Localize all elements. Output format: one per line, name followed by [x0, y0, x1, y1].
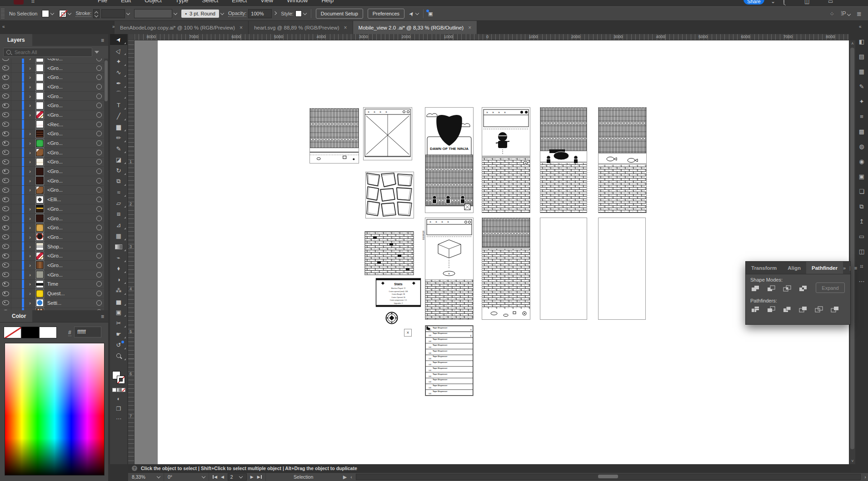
share-dropdown-icon[interactable]: ⌄: [771, 0, 775, 5]
target-circle-icon[interactable]: [96, 197, 102, 202]
layer-thumbnail[interactable]: [36, 196, 44, 203]
rectangle-tool[interactable]: ▆: [110, 121, 127, 132]
lock-toggle[interactable]: [11, 186, 22, 195]
close-tab-icon[interactable]: ×: [344, 25, 347, 31]
layer-name[interactable]: <Gro...: [47, 234, 96, 240]
lock-toggle[interactable]: [11, 289, 22, 298]
pathfinder-menu-icon[interactable]: ≡: [854, 265, 857, 271]
expand-chevron-icon[interactable]: ›: [24, 263, 36, 268]
artboard-screen-forest[interactable]: [309, 108, 359, 164]
layer-name[interactable]: <Gro...: [47, 131, 96, 136]
expand-chevron-icon[interactable]: ›: [24, 178, 36, 183]
lock-toggle[interactable]: [11, 148, 22, 157]
visibility-toggle[interactable]: [0, 270, 11, 279]
target-circle-icon[interactable]: [96, 84, 102, 89]
layer-thumbnail[interactable]: [36, 233, 44, 241]
target-circle-icon[interactable]: [96, 178, 102, 183]
layer-thumbnail[interactable]: [36, 224, 44, 232]
close-tab-icon[interactable]: ×: [468, 25, 471, 31]
visibility-toggle[interactable]: [0, 59, 11, 63]
expand-chevron-icon[interactable]: ›: [24, 84, 36, 89]
opacity-panel-arrow-icon[interactable]: [273, 11, 277, 15]
lock-toggle[interactable]: [11, 195, 22, 204]
layer-row-Gro[interactable]: ›<Gro...: [0, 223, 108, 233]
artboards-panel-icon[interactable]: ⧉: [855, 199, 868, 214]
artboard-screen-bricks[interactable]: [364, 231, 414, 275]
canvas[interactable]: ×××× DAWN OF THE NINJA ××××: [135, 40, 849, 464]
target-circle-icon[interactable]: [96, 244, 102, 249]
menu-object[interactable]: Object: [145, 0, 162, 4]
visibility-toggle[interactable]: [0, 233, 11, 242]
layer-name[interactable]: <Gro...: [47, 65, 96, 71]
more-panels-icon[interactable]: ⋯: [855, 274, 868, 289]
visibility-toggle[interactable]: [0, 101, 11, 110]
black-swatch[interactable]: [21, 327, 39, 338]
brush-definition-select[interactable]: •3 pt. Round: [181, 10, 219, 18]
color-panel-menu-icon[interactable]: ≡: [101, 313, 105, 320]
draw-mode-icon[interactable]: ◐: [110, 396, 127, 402]
selection-tool[interactable]: ➤: [110, 34, 127, 45]
style-swatch[interactable]: [295, 10, 302, 17]
close-tab-icon[interactable]: ×: [239, 25, 243, 31]
artboard-tool[interactable]: ▣: [110, 307, 127, 317]
layer-row-Gro[interactable]: ›<Gro...: [0, 129, 108, 139]
layer-name[interactable]: <Gro...: [47, 112, 96, 118]
gradient-tool[interactable]: [110, 241, 127, 252]
layer-name[interactable]: <Rec...: [47, 122, 96, 127]
horizontal-ruler[interactable]: 8000700060005000400030002000100001000200…: [135, 34, 849, 40]
visibility-toggle[interactable]: [0, 280, 11, 289]
layer-name[interactable]: <Elli...: [47, 197, 96, 202]
lock-toggle[interactable]: [11, 129, 22, 139]
libraries-panel-icon[interactable]: ▭: [855, 229, 868, 244]
layer-thumbnail[interactable]: [36, 130, 44, 138]
previous-artboard-button[interactable]: ◀: [221, 475, 224, 479]
status-expand-icon[interactable]: ▶: [341, 474, 349, 480]
artboard-screen-empty-1[interactable]: [540, 218, 587, 320]
collapse-right-dock-icon[interactable]: «: [859, 24, 862, 29]
layer-thumbnail[interactable]: [36, 205, 44, 213]
layer-thumbnail[interactable]: [36, 168, 44, 175]
expand-chevron-icon[interactable]: ›: [24, 131, 36, 136]
artboard-screen-shop-list[interactable]: Tape Dispenser 10¢4 Tape Dispenser 10¢k …: [425, 325, 474, 396]
artboard-screen-empty-2[interactable]: [598, 218, 646, 320]
artboard-screen-forest-2[interactable]: [598, 107, 647, 213]
shape-mode-minus-front-button[interactable]: [766, 284, 776, 293]
layer-row-Gro[interactable]: ›<Gro...: [0, 158, 108, 167]
expand-chevron-icon[interactable]: ›: [24, 272, 36, 278]
expand-chevron-icon[interactable]: ›: [24, 140, 36, 146]
artboard-stats-scroll[interactable]: StatsMatches Played: 72Crates opened (to…: [375, 277, 422, 310]
visibility-toggle[interactable]: [0, 251, 11, 260]
visibility-toggle[interactable]: [0, 195, 11, 204]
expand-chevron-icon[interactable]: ›: [24, 225, 36, 230]
visibility-toggle[interactable]: [0, 242, 11, 251]
white-swatch[interactable]: [39, 327, 57, 338]
target-circle-icon[interactable]: [96, 253, 102, 258]
lock-toggle[interactable]: [11, 261, 22, 270]
layers-panel-menu-icon[interactable]: ≡: [101, 37, 105, 44]
menu-effect[interactable]: Effect: [232, 0, 247, 4]
selection-options-dropdown-icon[interactable]: [415, 11, 419, 15]
lock-toggle[interactable]: [11, 101, 22, 110]
horizontal-scroll-thumb[interactable]: [598, 475, 618, 478]
scroll-left-icon[interactable]: ‹: [349, 474, 354, 480]
visibility-toggle[interactable]: [0, 167, 11, 176]
target-circle-icon[interactable]: [96, 169, 102, 174]
layers-search-box[interactable]: [3, 48, 92, 57]
layer-name[interactable]: <Gro...: [47, 253, 96, 258]
eyedropper-tool[interactable]: ⬧: [110, 263, 127, 274]
close-mark-box[interactable]: ×: [404, 329, 412, 337]
target-circle-icon[interactable]: [96, 122, 102, 127]
arrange-documents-icon[interactable]: ◫: [804, 0, 809, 5]
menu-select[interactable]: Select: [202, 0, 218, 4]
color-panel-tab[interactable]: Color: [0, 310, 32, 322]
layers-filter-icon[interactable]: [95, 51, 99, 54]
preferences-button[interactable]: Preferences: [368, 9, 404, 19]
layers-search-input[interactable]: [14, 49, 79, 55]
color-spectrum[interactable]: [5, 343, 105, 476]
target-circle-icon[interactable]: [96, 112, 102, 118]
layer-name[interactable]: <Gro...: [47, 74, 96, 80]
target-circle-icon[interactable]: [96, 272, 102, 278]
layer-name[interactable]: <Gro...: [47, 94, 96, 99]
expand-button[interactable]: Expand: [816, 283, 845, 293]
visibility-toggle[interactable]: [0, 110, 11, 119]
